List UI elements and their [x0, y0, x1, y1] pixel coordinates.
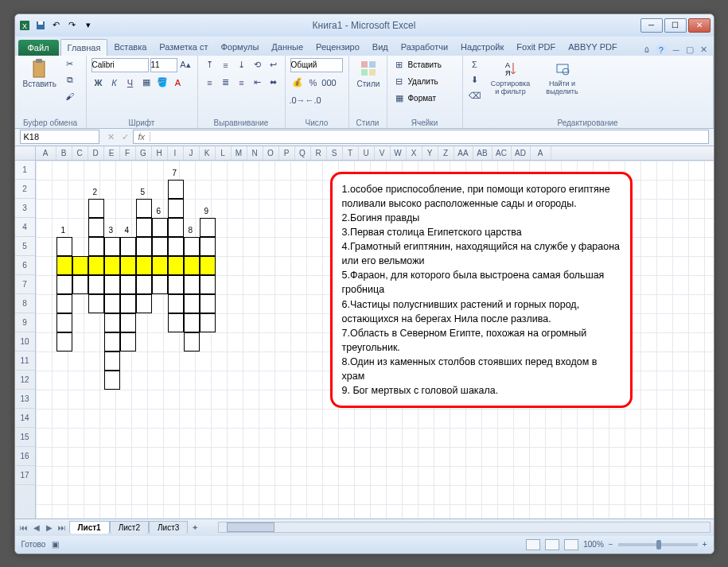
- enter-formula-icon[interactable]: ✓: [119, 130, 133, 144]
- crossword-cell[interactable]: [56, 313, 72, 332]
- ribbon-tab-2[interactable]: Разметка ст: [153, 39, 214, 56]
- name-box[interactable]: K18: [20, 130, 99, 144]
- column-header[interactable]: R: [311, 146, 327, 160]
- page-break-view-button[interactable]: [564, 539, 578, 550]
- row-header[interactable]: 2: [15, 180, 35, 199]
- column-header[interactable]: O: [263, 146, 279, 160]
- ribbon-tab-8[interactable]: Надстройк: [454, 39, 510, 56]
- row-header[interactable]: 7: [15, 275, 35, 294]
- crossword-cell[interactable]: [184, 237, 200, 256]
- crossword-cell[interactable]: [120, 332, 136, 351]
- column-header[interactable]: AA: [454, 146, 473, 160]
- crossword-cell[interactable]: [72, 275, 88, 294]
- percent-icon[interactable]: %: [306, 76, 321, 90]
- crossword-cell[interactable]: [200, 294, 216, 313]
- crossword-cell[interactable]: [168, 294, 184, 313]
- help-icon[interactable]: ?: [656, 45, 667, 56]
- crossword-cell[interactable]: [56, 275, 72, 294]
- macro-record-icon[interactable]: ▣: [52, 540, 59, 549]
- crossword-cell[interactable]: [168, 313, 184, 332]
- sheet-tab[interactable]: Лист1: [69, 521, 110, 534]
- crossword-cell[interactable]: [88, 237, 104, 256]
- crossword-cell[interactable]: [184, 256, 200, 275]
- crossword-cell[interactable]: [104, 351, 120, 371]
- cells-area[interactable]: 725691348 1.особое приспособление, при п…: [36, 161, 714, 518]
- row-header[interactable]: 8: [15, 294, 35, 313]
- sheet-nav-first-icon[interactable]: ⏮: [18, 522, 29, 533]
- decrease-decimal-icon[interactable]: ←.0: [306, 93, 321, 107]
- comma-icon[interactable]: 000: [322, 76, 337, 90]
- column-header[interactable]: A: [531, 146, 551, 160]
- column-header[interactable]: G: [136, 146, 152, 160]
- scrollbar-thumb[interactable]: [227, 522, 274, 532]
- merge-icon[interactable]: ⬌: [267, 76, 281, 90]
- row-header[interactable]: 13: [15, 390, 35, 409]
- copy-icon[interactable]: ⧉: [63, 73, 77, 87]
- zoom-out-icon[interactable]: −: [609, 540, 613, 549]
- format-cells-icon[interactable]: ▦: [392, 91, 407, 106]
- crossword-cell[interactable]: [104, 313, 120, 332]
- ribbon-tab-4[interactable]: Данные: [265, 39, 309, 56]
- crossword-cell[interactable]: [168, 199, 184, 218]
- column-header[interactable]: H: [152, 146, 168, 160]
- crossword-cell[interactable]: [104, 294, 120, 313]
- column-header[interactable]: K: [200, 146, 216, 160]
- column-header[interactable]: AB: [473, 146, 492, 160]
- column-header[interactable]: AD: [512, 146, 531, 160]
- ribbon-minimize-icon[interactable]: ۵: [644, 45, 649, 55]
- ribbon-tab-10[interactable]: ABBYY PDF: [562, 39, 624, 56]
- crossword-cell[interactable]: [104, 371, 120, 390]
- column-header[interactable]: E: [104, 146, 120, 160]
- formula-input[interactable]: fx: [133, 130, 709, 144]
- column-header[interactable]: W: [391, 146, 407, 160]
- undo-icon[interactable]: ↶: [50, 19, 63, 32]
- zoom-in-icon[interactable]: +: [703, 540, 707, 549]
- crossword-cell[interactable]: [168, 218, 184, 237]
- align-middle-icon[interactable]: ≡: [219, 58, 233, 72]
- column-header[interactable]: Y: [422, 146, 438, 160]
- file-tab[interactable]: Файл: [18, 40, 59, 56]
- select-all-corner[interactable]: [15, 146, 36, 160]
- new-sheet-icon[interactable]: ✦: [189, 522, 200, 533]
- column-header[interactable]: AC: [492, 146, 512, 160]
- crossword-cell[interactable]: [152, 237, 168, 256]
- bold-icon[interactable]: Ж: [91, 76, 106, 90]
- orientation-icon[interactable]: ⟲: [251, 58, 265, 72]
- cancel-formula-icon[interactable]: ✕: [104, 130, 119, 144]
- horizontal-scrollbar[interactable]: [218, 522, 710, 533]
- crossword-cell[interactable]: [136, 256, 152, 275]
- underline-icon[interactable]: Ч: [123, 76, 138, 90]
- row-header[interactable]: 14: [15, 409, 35, 428]
- redo-icon[interactable]: ↷: [66, 19, 79, 32]
- crossword-cell[interactable]: [168, 237, 184, 256]
- crossword-cell[interactable]: [88, 275, 104, 294]
- crossword-cell[interactable]: [72, 256, 88, 275]
- align-bottom-icon[interactable]: ⤓: [235, 58, 249, 72]
- sheet-tab[interactable]: Лист3: [149, 521, 188, 534]
- crossword-cell[interactable]: [88, 256, 104, 275]
- column-header[interactable]: C: [72, 146, 88, 160]
- cut-icon[interactable]: ✂: [63, 57, 77, 72]
- qat-more-icon[interactable]: ▾: [82, 19, 95, 32]
- zoom-level[interactable]: 100%: [583, 540, 604, 549]
- fill-color-icon[interactable]: 🪣: [155, 76, 169, 90]
- ribbon-tab-9[interactable]: Foxit PDF: [510, 39, 562, 56]
- border-icon[interactable]: ▦: [139, 76, 154, 90]
- crossword-cell[interactable]: [104, 275, 120, 294]
- sheet-nav-prev-icon[interactable]: ◀: [31, 522, 42, 533]
- crossword-cell[interactable]: [56, 332, 72, 351]
- column-header[interactable]: D: [88, 146, 104, 160]
- column-header[interactable]: V: [375, 146, 391, 160]
- crossword-cell[interactable]: [120, 294, 136, 313]
- increase-decimal-icon[interactable]: .0→: [290, 93, 305, 107]
- crossword-cell[interactable]: [200, 313, 216, 332]
- crossword-cell[interactable]: [200, 218, 216, 237]
- row-header[interactable]: 1: [15, 161, 35, 180]
- crossword-cell[interactable]: [136, 294, 152, 313]
- crossword-cell[interactable]: [56, 294, 72, 313]
- sheet-tab[interactable]: Лист2: [110, 521, 149, 534]
- column-header[interactable]: Q: [295, 146, 311, 160]
- ribbon-tab-6[interactable]: Вид: [366, 39, 395, 56]
- normal-view-button[interactable]: [526, 539, 540, 550]
- column-header[interactable]: L: [216, 146, 232, 160]
